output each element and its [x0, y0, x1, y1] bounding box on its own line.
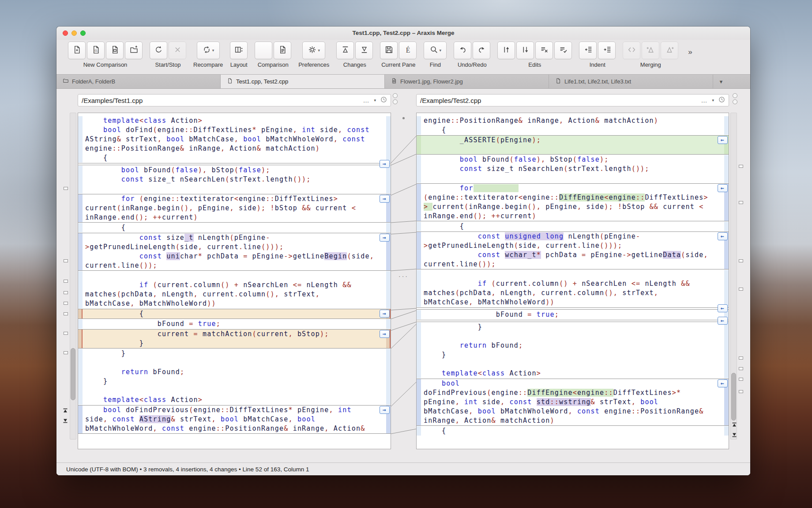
next-change-button[interactable] — [355, 42, 373, 59]
merge-change-arrow-button[interactable]: ← — [718, 304, 728, 312]
code-line: current.line()); — [417, 260, 729, 269]
overview-change-marker[interactable] — [64, 302, 68, 305]
toolbar-group-layout: Layout — [230, 42, 248, 68]
toolbar-group-label: New Comparison — [83, 61, 128, 68]
code-line: for (engine::textiterator<engine::DiffTe… — [78, 194, 391, 204]
path-dropdown-icon[interactable]: ▾ — [712, 98, 714, 102]
path-menu-icon[interactable]: … — [701, 97, 707, 104]
merge-change-arrow-button[interactable]: ← — [718, 184, 728, 192]
tab-4[interactable]: Life1.txt, Life2.txt, Life3.txt — [549, 75, 713, 88]
pane-link-radio[interactable] — [733, 99, 737, 104]
outdent-button[interactable] — [579, 42, 597, 59]
overview-change-marker[interactable] — [64, 351, 68, 354]
file-path-field-left[interactable]: /Examples/Test1.cpp … ▾ — [78, 94, 391, 106]
code-line: template<class Action> — [78, 116, 391, 125]
overview-change-marker[interactable] — [739, 390, 743, 393]
comparison-summary-button[interactable] — [255, 42, 272, 59]
goto-first-change-button[interactable] — [731, 422, 737, 428]
change-marker-stripe — [417, 222, 421, 231]
previous-change-button[interactable] — [336, 42, 354, 59]
tab-2[interactable]: Test1.cpp, Test2.cpp — [221, 75, 385, 88]
new-image-comparison-button[interactable] — [106, 42, 124, 59]
overview-change-marker[interactable] — [64, 291, 68, 294]
last-edit-button[interactable] — [516, 42, 534, 59]
merge-change-arrow-button[interactable]: ← — [718, 379, 728, 387]
first-edit-button[interactable] — [497, 42, 515, 59]
history-icon[interactable] — [380, 96, 387, 104]
layout-button[interactable] — [230, 42, 248, 59]
tab-list-dropdown-button[interactable]: ▼ — [713, 75, 729, 88]
merge-add-right-button — [661, 42, 678, 59]
pane-link-radio[interactable] — [393, 99, 398, 104]
comparison-report-button[interactable] — [274, 42, 291, 59]
history-icon[interactable] — [718, 96, 725, 104]
path-dropdown-icon[interactable]: ▾ — [374, 98, 376, 102]
scrollbar-thumb[interactable] — [71, 348, 75, 400]
new-binary-comparison-button[interactable]: 01 — [87, 42, 105, 59]
desktop: Test1.cpp, Test2.cpp – Araxis Merge 01Ne… — [0, 0, 812, 508]
merge-change-arrow-button[interactable]: → — [380, 234, 390, 242]
redo-button[interactable] — [473, 42, 490, 59]
merge-change-arrow-button[interactable]: → — [380, 330, 390, 338]
pane-link-radio[interactable] — [733, 93, 737, 98]
overview-change-marker[interactable] — [739, 288, 743, 291]
overview-change-marker[interactable] — [64, 187, 68, 190]
recompare-button[interactable]: ▾ — [197, 42, 220, 59]
overview-change-marker[interactable] — [739, 165, 743, 168]
encoding-button[interactable]: É — [399, 42, 417, 59]
merge-change-arrow-button[interactable]: → — [380, 160, 390, 168]
indent-button[interactable] — [598, 42, 616, 59]
change-marker-stripe — [417, 116, 421, 135]
change-marker-stripe — [724, 270, 729, 307]
scrollbar-thumb[interactable] — [731, 373, 736, 421]
new-text-comparison-button[interactable] — [68, 42, 86, 59]
overview-change-marker[interactable] — [64, 332, 68, 335]
goto-last-change-button[interactable] — [731, 432, 737, 438]
merge-change-arrow-button[interactable]: → — [380, 406, 390, 414]
goto-first-change-button[interactable] — [62, 408, 68, 414]
preferences-button[interactable]: ▾ — [302, 42, 325, 59]
toolbar-overflow-button[interactable]: » — [688, 48, 691, 57]
code-pane-left[interactable]: template<class Action> bool doFind(engin… — [78, 113, 391, 449]
merge-change-arrow-button[interactable]: ← — [718, 136, 728, 144]
overview-change-marker[interactable] — [739, 367, 743, 370]
more-changes-indicator[interactable]: ··· — [398, 273, 409, 280]
pane-link-radio[interactable] — [393, 93, 398, 98]
zoom-button[interactable] — [80, 30, 86, 36]
scrollbar-track[interactable] — [730, 113, 737, 440]
file-path-field-right[interactable]: /Examples/Test2.cpp … ▾ — [416, 94, 729, 106]
change-marker-stripe — [417, 155, 421, 183]
new-folder-comparison-button[interactable] — [125, 42, 143, 59]
goto-last-change-button[interactable] — [62, 417, 68, 424]
overview-change-marker[interactable] — [739, 259, 743, 262]
accept-edits-button[interactable] — [554, 42, 572, 59]
overview-strip-right[interactable] — [729, 113, 750, 449]
merge-change-arrow-button[interactable]: ← — [718, 232, 728, 240]
overview-change-marker[interactable] — [64, 259, 68, 262]
merge-change-arrow-button[interactable]: ← — [718, 317, 728, 325]
change-marker-stripe — [78, 330, 83, 348]
merge-change-arrow-button[interactable]: → — [380, 310, 390, 318]
tab-3[interactable]: Flower1.jpg, Flower2.jpg — [385, 75, 549, 88]
overview-change-marker[interactable] — [739, 378, 743, 381]
find-button[interactable]: ▾ — [424, 42, 447, 59]
scrollbar-track[interactable] — [70, 113, 76, 440]
toolbar-group-current-pane: ÉCurrent Pane — [380, 42, 417, 68]
close-button[interactable] — [63, 30, 68, 36]
path-menu-icon[interactable]: … — [363, 97, 369, 104]
remove-edits-button[interactable] — [535, 42, 553, 59]
overview-strip-left[interactable] — [56, 113, 78, 449]
overview-change-marker[interactable] — [64, 280, 68, 283]
overview-change-marker[interactable] — [739, 201, 743, 204]
merge-change-arrow-button[interactable]: → — [380, 195, 390, 203]
code-line: engine::PositionRange& inRange, Action& … — [417, 116, 729, 125]
recompare-icon — [202, 45, 211, 56]
code-pane-right[interactable]: engine::PositionRange& inRange, Action& … — [416, 113, 729, 449]
overview-change-marker[interactable] — [64, 312, 68, 315]
tab-1[interactable]: FolderA, FolderB — [56, 75, 221, 88]
save-button[interactable] — [380, 42, 398, 59]
overview-change-marker[interactable] — [739, 356, 743, 360]
minimize-button[interactable] — [71, 30, 77, 36]
undo-button[interactable] — [454, 42, 471, 59]
start-button[interactable] — [150, 42, 167, 59]
